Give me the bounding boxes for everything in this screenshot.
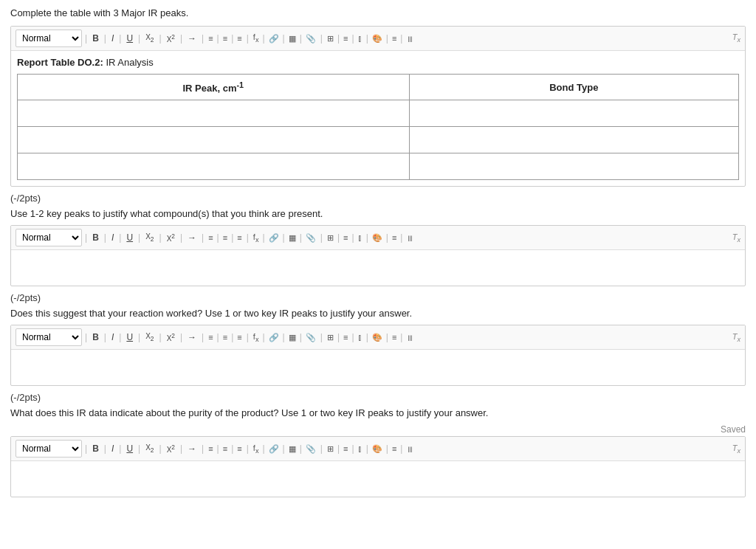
underline-btn-4[interactable]: U <box>124 442 135 455</box>
prompt-4: What does this IR data indicate about th… <box>10 407 746 418</box>
editor-body-3[interactable] <box>11 350 745 385</box>
cols-icon-1: ⫿ <box>357 33 364 44</box>
table-row <box>18 100 739 127</box>
italic-btn-3[interactable]: I <box>109 331 116 344</box>
toolbar-3: Normal | B | I | U | X2 | X2 | → | ≡ | ≡… <box>11 325 745 350</box>
arrow-btn-1[interactable]: → <box>185 32 199 45</box>
table-cell-bond-3[interactable] <box>409 153 738 180</box>
underline-btn-2[interactable]: U <box>124 231 135 244</box>
italic-btn-1[interactable]: I <box>109 32 116 45</box>
clear-format-1[interactable]: Tx <box>732 32 740 44</box>
col2-header: Bond Type <box>409 75 738 100</box>
style-select-1[interactable]: Normal <box>16 30 82 47</box>
table-icons-3: ⊞ | ≡ | ⫿ | 🎨 | ≡ | ⫼ <box>326 332 416 343</box>
sep3-2: | <box>104 332 106 342</box>
arrow-btn-3[interactable]: → <box>185 331 199 344</box>
arrow-btn-2[interactable]: → <box>185 231 199 244</box>
sep2-4: | <box>138 232 140 243</box>
clear-format-4[interactable]: Tx <box>732 443 740 455</box>
subscript-btn-2[interactable]: X2 <box>143 231 156 244</box>
bold-btn-2[interactable]: B <box>90 231 101 244</box>
sep2-5: | <box>159 232 162 243</box>
col1-header: IR Peak, cm-1 <box>18 75 410 100</box>
table-cell-bond-2[interactable] <box>409 127 738 153</box>
clear-format-3[interactable]: Tx <box>732 332 740 343</box>
clear-format-2[interactable]: Tx <box>732 232 740 244</box>
sup-label-1: 2 <box>171 33 175 41</box>
editor-block-1: Normal | B | I | U | X2 | X2 | → | ≡ | ≡… <box>10 26 746 187</box>
table-cell-bond-1[interactable] <box>409 100 738 127</box>
sub-label-1: 2 <box>151 36 154 44</box>
superscript-btn-3[interactable]: X2 <box>165 331 177 344</box>
saved-indicator: Saved <box>10 424 746 435</box>
sep2-1: | <box>85 232 87 243</box>
bold-btn-1[interactable]: B <box>90 32 101 45</box>
style-select-3[interactable]: Normal <box>16 328 82 346</box>
sep3-8: | <box>247 332 249 342</box>
superscript-btn-2[interactable]: X2 <box>165 231 177 244</box>
sep2-3: | <box>119 232 121 243</box>
sep3-6: | <box>180 332 182 342</box>
sep4-4: | <box>138 443 140 454</box>
points-1: (-/2pts) <box>10 193 746 204</box>
italic-btn-4[interactable]: I <box>109 442 116 455</box>
bold-btn-4[interactable]: B <box>90 442 101 455</box>
sep4-5: | <box>159 443 162 454</box>
list-icons-2: ≡ | ≡ | ≡ <box>207 232 244 243</box>
table-cell-ir-1[interactable] <box>18 100 410 127</box>
superscript-btn-1[interactable]: X2 <box>165 32 177 45</box>
subscript-btn-1[interactable]: X2 <box>143 32 156 45</box>
subscript-btn-4[interactable]: X2 <box>143 442 156 455</box>
page-instruction: Complete the table with 3 Major IR peaks… <box>10 7 746 18</box>
formula-icons-2: fx | 🔗 | ▦ | 📎 <box>252 232 317 244</box>
list-icons-4: ≡ | ≡ | ≡ <box>207 443 244 454</box>
underline-btn-1[interactable]: U <box>124 32 135 45</box>
rows-icon-1: ≡ <box>391 33 398 44</box>
arrow-btn-4[interactable]: → <box>185 442 199 455</box>
underline-btn-3[interactable]: U <box>124 331 135 344</box>
table-row <box>18 153 739 180</box>
sep3-1: | <box>85 332 87 342</box>
editor-block-3: Normal | B | I | U | X2 | X2 | → | ≡ | ≡… <box>10 325 746 386</box>
align-icon-1: ≡ <box>342 33 349 44</box>
style-select-2[interactable]: Normal <box>16 229 82 246</box>
table-header-row: IR Peak, cm-1 Bond Type <box>18 75 739 100</box>
sep4-3: | <box>119 443 121 454</box>
points-3: (-/2pts) <box>10 392 746 403</box>
bars-icon-1: ⫼ <box>405 33 416 44</box>
table-cell-ir-3[interactable] <box>18 153 410 180</box>
sep-9: | <box>320 33 323 44</box>
sep3-4: | <box>138 332 140 342</box>
table-row <box>18 127 739 153</box>
editor-block-2: Normal | B | I | U | X2 | X2 | → | ≡ | ≡… <box>10 225 746 286</box>
subscript-btn-3[interactable]: X2 <box>143 331 156 344</box>
sep3-7: | <box>202 332 204 342</box>
ir-table: IR Peak, cm-1 Bond Type <box>17 74 739 180</box>
formula-icons-3: fx | 🔗 | ▦ | 📎 <box>252 331 317 344</box>
sep2-6: | <box>180 232 182 243</box>
italic-btn-2[interactable]: I <box>109 231 116 244</box>
sep-5: | <box>159 33 162 44</box>
sep-8: | <box>247 33 249 44</box>
sep2-7: | <box>202 232 204 243</box>
sep-2: | <box>104 33 106 44</box>
toolbar-4: Normal | B | I | U | X2 | X2 | → | ≡ | ≡… <box>11 437 745 461</box>
editor-body-1[interactable]: Report Table DO.2: IR Analysis IR Peak, … <box>11 51 745 186</box>
table-icons-2: ⊞ | ≡ | ⫿ | 🎨 | ≡ | ⫼ <box>326 232 416 244</box>
editor-block-4: Normal | B | I | U | X2 | X2 | → | ≡ | ≡… <box>10 436 746 497</box>
superscript-btn-4[interactable]: X2 <box>165 442 177 455</box>
editor-body-2[interactable] <box>11 250 745 286</box>
sep-4: | <box>138 33 140 44</box>
sep-6: | <box>180 33 182 44</box>
bold-btn-3[interactable]: B <box>90 331 101 344</box>
table-icon-1: ⊞ <box>326 33 335 44</box>
editor-body-4[interactable] <box>11 461 745 497</box>
sep-3: | <box>119 33 121 44</box>
sep2-8: | <box>247 232 249 243</box>
image-icon-1: ▦ <box>287 33 298 44</box>
list-icon-1c: ≡ <box>236 33 243 44</box>
style-select-4[interactable]: Normal <box>16 440 82 458</box>
fx-icon-1: fx <box>252 32 261 44</box>
sep3-9: | <box>320 332 323 342</box>
table-cell-ir-2[interactable] <box>18 127 410 153</box>
